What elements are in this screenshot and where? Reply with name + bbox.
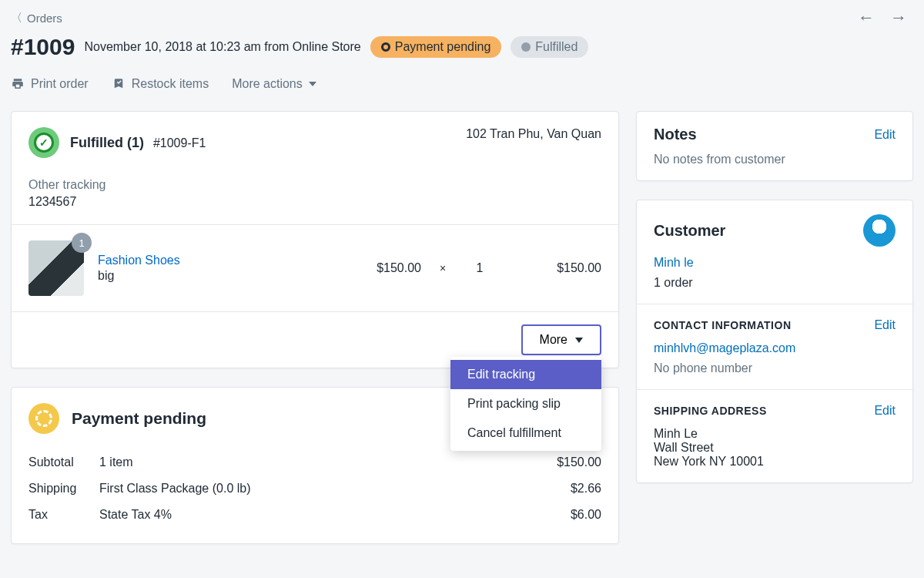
line-qty: 1	[464, 261, 495, 275]
fulfillment-id: #1009-F1	[153, 136, 206, 150]
payment-desc: State Tax 4%	[99, 508, 524, 522]
fulfillment-more-button[interactable]: More	[521, 324, 601, 355]
restock-icon	[112, 77, 126, 91]
customer-name-link[interactable]: Minh le	[654, 256, 896, 270]
fulfillment-status-label: Fulfilled	[535, 40, 578, 54]
breadcrumb-back[interactable]: 〈 Orders	[11, 11, 62, 25]
restock-button[interactable]: Restock items	[112, 77, 209, 91]
qty-badge: 1	[72, 233, 92, 253]
shipping-edit-link[interactable]: Edit	[874, 404, 896, 418]
shipping-name: Minh Le	[654, 427, 896, 441]
menu-print-packing-slip[interactable]: Print packing slip	[450, 389, 601, 418]
shipping-city: New York NY 10001	[654, 455, 896, 469]
tracking-number: 1234567	[28, 195, 601, 209]
line-item-row: 1 Fashion Shoes big $150.00 × 1 $150.00	[12, 225, 618, 311]
payment-value: $2.66	[524, 482, 601, 496]
order-id: #1009	[11, 34, 75, 60]
customer-phone: No phone number	[654, 361, 896, 375]
product-name-link[interactable]: Fashion Shoes	[98, 254, 307, 267]
menu-edit-tracking[interactable]: Edit tracking	[450, 360, 601, 389]
payment-label: Shipping	[28, 482, 99, 496]
printer-icon	[11, 77, 25, 91]
print-order-label: Print order	[31, 77, 89, 91]
more-actions-button[interactable]: More actions	[232, 77, 316, 91]
fulfilled-check-icon: ✓	[28, 127, 59, 158]
shipping-street: Wall Street	[654, 441, 896, 455]
caret-down-icon	[309, 82, 316, 86]
restock-label: Restock items	[132, 77, 209, 91]
notes-card: Notes Edit No notes from customer	[636, 111, 913, 181]
notes-edit-link[interactable]: Edit	[874, 128, 896, 142]
circle-filled-icon	[521, 42, 531, 52]
more-actions-label: More actions	[232, 77, 303, 91]
payment-title: Payment pending	[72, 409, 206, 428]
breadcrumb-label: Orders	[27, 12, 62, 25]
contact-info-title: CONTACT INFORMATION	[654, 319, 792, 331]
notes-body: No notes from customer	[654, 153, 896, 166]
fulfillment-title: Fulfilled (1)	[70, 135, 144, 150]
payment-desc: 1 item	[99, 455, 524, 469]
customer-email-link[interactable]: minhlvh@mageplaza.com	[654, 341, 896, 355]
payment-row-tax: Tax State Tax 4% $6.00	[28, 502, 601, 528]
line-total: $150.00	[509, 261, 601, 275]
customer-card: Customer Minh le 1 order CONTACT INFORMA…	[636, 200, 913, 483]
product-variant: big	[98, 269, 307, 283]
order-date-source: November 10, 2018 at 10:23 am from Onlin…	[84, 40, 360, 54]
print-order-button[interactable]: Print order	[11, 77, 89, 91]
fulfillment-card: ✓ Fulfilled (1) #1009-F1 102 Tran Phu, V…	[11, 111, 619, 368]
fulfillment-status-badge: Fulfilled	[511, 36, 588, 58]
chevron-left-icon: 〈	[11, 11, 22, 25]
avatar-icon	[863, 214, 896, 247]
caret-down-icon	[575, 338, 583, 343]
contact-edit-link[interactable]: Edit	[874, 318, 896, 332]
next-order-arrow[interactable]: →	[890, 8, 907, 28]
payment-status-badge: Payment pending	[370, 36, 502, 58]
shipping-address-title: SHIPPING ADDRESS	[654, 405, 767, 417]
payment-label: Tax	[28, 508, 99, 522]
payment-row-subtotal: Subtotal 1 item $150.00	[28, 449, 601, 476]
customer-title: Customer	[654, 222, 725, 240]
payment-value: $150.00	[524, 455, 601, 469]
notes-title: Notes	[654, 126, 697, 143]
prev-order-arrow[interactable]: ←	[858, 8, 875, 28]
payment-desc: First Class Package (0.0 lb)	[99, 482, 524, 496]
times-symbol: ×	[435, 262, 450, 274]
customer-orders-count: 1 order	[654, 276, 896, 290]
fulfillment-address: 102 Tran Phu, Van Quan	[466, 127, 601, 141]
payment-label: Subtotal	[28, 455, 99, 469]
tracking-carrier-label: Other tracking	[28, 178, 601, 192]
payment-status-label: Payment pending	[395, 40, 491, 54]
payment-row-shipping: Shipping First Class Package (0.0 lb) $2…	[28, 476, 601, 502]
unit-price: $150.00	[321, 261, 421, 275]
payment-pending-icon	[28, 403, 59, 434]
circle-open-icon	[381, 42, 390, 52]
menu-cancel-fulfillment[interactable]: Cancel fulfillment	[450, 418, 601, 448]
payment-value: $6.00	[524, 508, 601, 522]
fulfillment-more-menu: Edit tracking Print packing slip Cancel …	[450, 357, 601, 451]
more-button-label: More	[540, 333, 567, 347]
